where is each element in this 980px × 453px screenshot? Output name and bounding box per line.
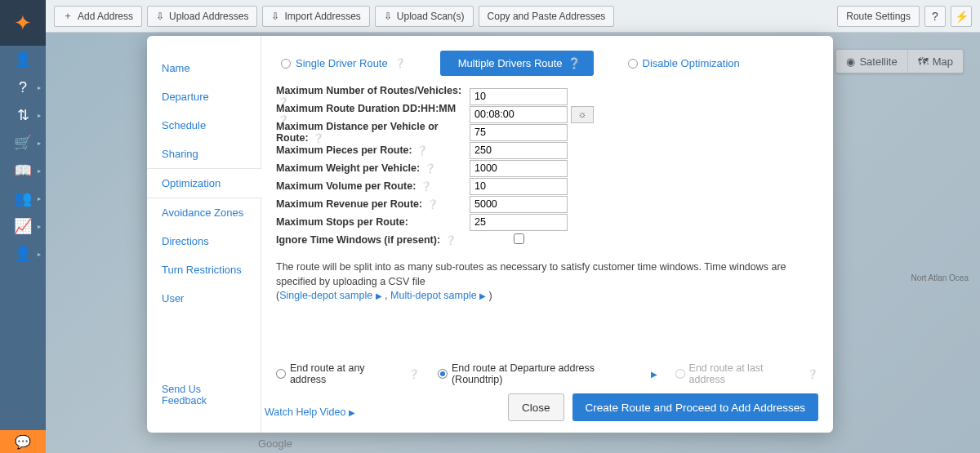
single-driver-option[interactable]: Single Driver Route❔ (281, 57, 406, 69)
time-window-note: The route will be split into as many sub… (276, 260, 818, 304)
tab-avoidance-zones[interactable]: Avoidance Zones (147, 198, 261, 227)
max-routes-input[interactable] (470, 88, 568, 105)
help-icon[interactable]: ❔ (421, 181, 432, 191)
ignore-time-windows-checkbox[interactable] (514, 233, 524, 244)
nav-cart-icon[interactable]: 🛒▸ (0, 129, 46, 157)
duration-picker-icon[interactable]: ☼ (571, 106, 594, 123)
tab-name[interactable]: Name (147, 54, 261, 82)
video-icon[interactable]: ▶ (651, 370, 657, 379)
help-icon[interactable]: ❔ (416, 145, 428, 155)
nav-addressbook-icon[interactable]: 📖▸ (0, 157, 46, 184)
single-depot-sample-link[interactable]: Single-depot sample ▶ (279, 290, 381, 301)
top-toolbar: ＋ Add Address ⇩ Upload Addresses ⇩ Impor… (46, 0, 980, 33)
max-stops-input[interactable] (470, 214, 568, 231)
close-button[interactable]: Close (508, 393, 564, 421)
tab-turn-restrictions[interactable]: Turn Restrictions (147, 255, 261, 284)
support-button[interactable]: 💬 (0, 430, 46, 453)
copy-paste-button[interactable]: Copy and Paste Addresses (479, 6, 615, 27)
help-icon[interactable]: ❔ (427, 199, 439, 209)
watch-help-video-link[interactable]: Watch Help Video ▶ (265, 406, 355, 418)
toolbar-help-icon[interactable]: ? (924, 6, 946, 27)
send-feedback-link[interactable]: Send Us Feedback (162, 384, 207, 406)
help-icon: ❔ (807, 369, 818, 380)
add-address-button[interactable]: ＋ Add Address (54, 6, 142, 27)
help-icon[interactable]: ❔ (408, 369, 420, 380)
app-sidebar: ✦ 👤 ?▸ ⇅▸ 🛒▸ 📖▸ 👥▸ 📈▸ 👤▸ 💬 (0, 0, 46, 453)
route-settings-modal: Name Departure Schedule Sharing Optimiza… (147, 36, 833, 433)
toolbar-bolt-icon[interactable]: ⚡ (951, 6, 972, 27)
max-weight-input[interactable] (470, 160, 568, 177)
max-pieces-input[interactable] (470, 142, 568, 159)
nav-settings-user-icon[interactable]: 👤▸ (0, 240, 46, 268)
tab-optimization[interactable]: Optimization (147, 168, 261, 198)
end-route-options: End route at any address❔ End route at D… (276, 362, 818, 385)
help-icon[interactable]: ❔ (425, 163, 436, 173)
tab-schedule[interactable]: Schedule (147, 111, 261, 140)
max-distance-input[interactable] (470, 124, 568, 141)
tab-directions[interactable]: Directions (147, 227, 261, 255)
disable-optimization-option[interactable]: Disable Optimization (628, 57, 740, 69)
optimization-form: Maximum Number of Routes/Vehicles: ❔ Max… (276, 87, 818, 249)
max-revenue-input[interactable] (470, 196, 568, 213)
upload-scans-button[interactable]: ⇩ Upload Scan(s) (375, 6, 474, 27)
nav-team-icon[interactable]: 👥▸ (0, 184, 46, 212)
nav-analytics-icon[interactable]: 📈▸ (0, 212, 46, 240)
tab-sharing[interactable]: Sharing (147, 140, 261, 168)
tab-user[interactable]: User (147, 284, 261, 313)
help-icon[interactable]: ❔ (313, 133, 324, 143)
end-roundtrip-option[interactable]: End route at Departure address (Roundtri… (438, 362, 657, 385)
multi-depot-sample-link[interactable]: Multi-depot sample ▶ (390, 290, 486, 301)
max-duration-input[interactable] (470, 106, 568, 123)
modal-button-row: Close Create Route and Proceed to Add Ad… (508, 393, 818, 421)
upload-addresses-button[interactable]: ⇩ Upload Addresses (147, 6, 257, 27)
route-type-selector: Single Driver Route❔ Multiple Drivers Ro… (276, 51, 818, 76)
nav-routes-icon[interactable]: ⇅▸ (0, 101, 46, 129)
route-settings-button[interactable]: Route Settings (837, 6, 920, 27)
nav-help-icon[interactable]: ?▸ (0, 73, 46, 101)
end-any-address-option[interactable]: End route at any address❔ (276, 362, 420, 385)
import-addresses-button[interactable]: ⇩ Import Addresses (262, 6, 369, 27)
help-icon[interactable]: ❔ (445, 235, 457, 245)
nav-add-user-icon[interactable]: 👤 (0, 46, 46, 73)
max-volume-input[interactable] (470, 178, 568, 195)
multiple-drivers-option[interactable]: Multiple Drivers Route❔ (440, 51, 594, 76)
modal-main: Single Driver Route❔ Multiple Drivers Ro… (261, 36, 833, 433)
end-last-address-option: End route at last address❔ (675, 362, 818, 385)
modal-side-tabs: Name Departure Schedule Sharing Optimiza… (147, 36, 261, 433)
tab-departure[interactable]: Departure (147, 82, 261, 111)
create-route-button[interactable]: Create Route and Proceed to Add Addresse… (572, 393, 818, 421)
app-logo[interactable]: ✦ (0, 0, 46, 46)
help-icon[interactable]: ❔ (394, 58, 406, 69)
